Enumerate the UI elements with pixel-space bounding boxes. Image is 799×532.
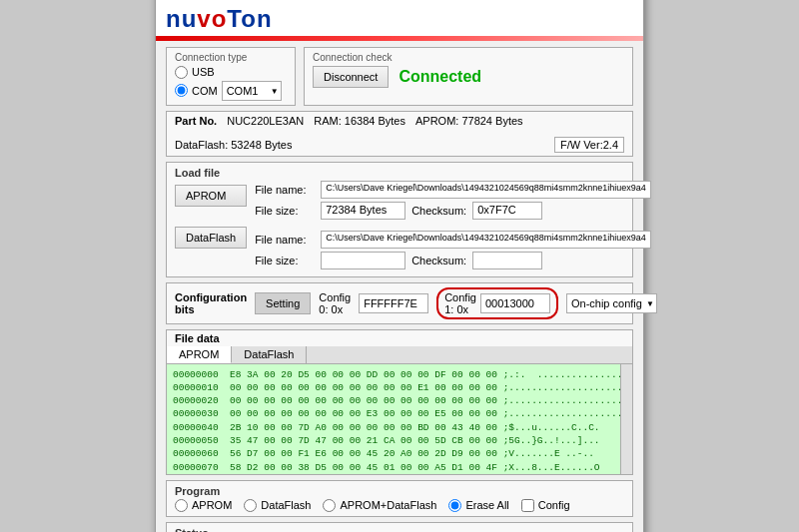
connected-status: Connected	[399, 68, 481, 86]
connection-type-section: Connection type USB COM COM1	[166, 47, 296, 106]
load-file-section: Load file APROM DataFlash File name: C:\…	[166, 162, 633, 277]
status-section: Status Start	[166, 522, 633, 533]
dataflash-filename-label: File name:	[255, 234, 315, 246]
aprom-filename-input[interactable]: C:\Users\Dave Kriegel\Downloads\14943210…	[321, 181, 651, 199]
on-chip-wrapper: On-chip config	[566, 293, 657, 313]
aprom-filesize-row: File size: 72384 Bytes Checksum: 0x7F7C	[255, 202, 651, 220]
config1-label: Config 1: 0x	[444, 291, 476, 315]
part-no-section: Part No. NUC220LE3AN RAM: 16384 Bytes AP…	[166, 111, 633, 157]
prog-both-radio[interactable]	[323, 499, 336, 512]
nuvoton-text: nuvoTon	[166, 5, 273, 33]
hex-line: 00000040 2B 10 00 00 7D A0 00 00 00 00 0…	[173, 421, 626, 434]
ram-info: RAM: 16384 Bytes	[314, 115, 405, 127]
file-info-col: File name: C:\Users\Dave Kriegel\Downloa…	[255, 181, 651, 272]
aprom-filesize-label: File size:	[255, 205, 315, 217]
aprom-checksum-value: 0x7F7C	[472, 202, 542, 220]
usb-label: USB	[192, 66, 215, 78]
program-label: Program	[175, 485, 624, 497]
hex-line: 00000070 58 D2 00 00 38 D5 00 00 45 01 0…	[173, 461, 626, 474]
hex-line: 00000030 00 00 00 00 00 00 00 00 E3 00 0…	[173, 407, 626, 420]
usb-radio[interactable]	[175, 66, 188, 79]
conn-type-radios: USB COM COM1	[175, 66, 287, 101]
file-data-tabs: APROM DataFlash	[167, 346, 632, 364]
aprom-info: APROM: 77824 Bytes	[415, 115, 523, 127]
conn-type-label: Connection type	[175, 52, 287, 63]
hex-display-wrapper: 00000000 E8 3A 00 20 D5 00 00 00 DD 00 0…	[167, 364, 632, 474]
dataflash-filesize-label: File size:	[255, 255, 315, 266]
aprom-filename-label: File name:	[255, 184, 315, 196]
dataflash-load-button[interactable]: DataFlash	[175, 227, 247, 249]
load-file-body: APROM DataFlash File name: C:\Users\Dave…	[175, 181, 624, 272]
dataflash-filesize-value	[321, 252, 405, 269]
status-label: Status	[175, 527, 624, 533]
file-data-section: File data APROM DataFlash 00000000 E8 3A…	[166, 329, 633, 475]
com-radio-row: COM COM1	[175, 81, 287, 101]
logo-area: nuvoTon	[156, 0, 643, 41]
dataflash-filename-input[interactable]: C:\Users\Dave Kriegel\Downloads\14943210…	[321, 231, 651, 249]
prog-erase-radio[interactable]	[448, 499, 461, 512]
dataflash-filesize-row: File size: Checksum:	[255, 252, 651, 269]
hex-line: 00000020 00 00 00 00 00 00 00 00 00 00 0…	[173, 394, 626, 407]
spacer	[255, 223, 651, 231]
hex-line: 00000050 35 47 00 00 7D 47 00 00 21 CA 0…	[173, 434, 626, 447]
prog-config-row: Config	[521, 499, 570, 512]
part-no-value: NUC220LE3AN	[227, 115, 304, 127]
prog-dataflash-label: DataFlash	[261, 499, 311, 511]
config-bits-label: Configuration bits	[175, 291, 247, 315]
program-section: Program APROM DataFlash APROM+DataFlash …	[166, 480, 633, 517]
main-content: Connection type USB COM COM1	[156, 41, 643, 533]
prog-config-label: Config	[538, 499, 570, 511]
dataflash-checksum-label: Checksum:	[411, 255, 466, 266]
hex-line: 00000060 56 D7 00 00 F1 E6 00 00 45 20 A…	[173, 447, 626, 460]
hex-line: 00000000 E8 3A 00 20 D5 00 00 00 DD 00 0…	[173, 368, 626, 381]
prog-erase-label: Erase All	[465, 499, 508, 511]
setting-button[interactable]: Setting	[255, 292, 311, 314]
prog-aprom-row: APROM	[175, 499, 232, 512]
disconnect-button[interactable]: Disconnect	[313, 66, 389, 88]
aprom-filename-row: File name: C:\Users\Dave Kriegel\Downloa…	[255, 181, 651, 199]
com-radio[interactable]	[175, 84, 188, 97]
load-btn-col: APROM DataFlash	[175, 181, 247, 272]
prog-dataflash-radio[interactable]	[244, 499, 257, 512]
on-chip-select[interactable]: On-chip config	[566, 293, 657, 313]
prog-aprom-label: APROM	[192, 499, 232, 511]
fw-ver: F/W Ver:2.4	[554, 137, 624, 153]
config1-wrapper: Config 1: 0x	[436, 287, 558, 319]
dataflash-info: DataFlash: 53248 Bytes	[175, 139, 292, 151]
hex-display[interactable]: 00000000 E8 3A 00 20 D5 00 00 00 DD 00 0…	[167, 364, 632, 474]
prog-aprom-radio[interactable]	[175, 499, 188, 512]
prog-both-label: APROM+DataFlash	[340, 499, 436, 511]
nuvoton-logo: nuvoTon	[166, 5, 273, 33]
com-label: COM	[192, 85, 218, 97]
tab-aprom[interactable]: APROM	[167, 346, 232, 363]
aprom-filesize-value: 72384 Bytes	[321, 202, 405, 220]
file-data-label: File data	[167, 330, 632, 346]
conn-check-label: Connection check	[313, 52, 624, 63]
aprom-checksum-label: Checksum:	[411, 205, 466, 217]
logo-main: nuvoTon	[156, 0, 643, 35]
aprom-load-button[interactable]: APROM	[175, 185, 247, 207]
load-file-label: Load file	[175, 167, 624, 179]
config0-label: Config 0: 0x	[319, 291, 351, 315]
top-sections: Connection type USB COM COM1	[166, 47, 633, 106]
scrollbar[interactable]	[620, 364, 632, 474]
config0-input[interactable]	[359, 293, 428, 313]
conn-check-row: Disconnect Connected	[313, 66, 624, 88]
program-radios: APROM DataFlash APROM+DataFlash Erase Al…	[175, 499, 624, 512]
com-select-wrapper: COM1	[222, 81, 282, 101]
main-window: N NuMicro ISP Programming Tool V1.44 — □…	[155, 0, 644, 532]
dataflash-checksum-value	[472, 252, 542, 269]
tab-dataflash[interactable]: DataFlash	[232, 346, 307, 363]
dataflash-filename-row: File name: C:\Users\Dave Kriegel\Downloa…	[255, 231, 651, 249]
prog-erase-row: Erase All	[448, 499, 508, 512]
prog-config-checkbox[interactable]	[521, 499, 534, 512]
com-select[interactable]: COM1	[222, 81, 282, 101]
prog-both-row: APROM+DataFlash	[323, 499, 436, 512]
prog-dataflash-row: DataFlash	[244, 499, 311, 512]
part-no-label: Part No.	[175, 115, 217, 127]
config-bits-section: Configuration bits Setting Config 0: 0x …	[166, 282, 633, 324]
hex-line: 00000010 00 00 00 00 00 00 00 00 00 00 0…	[173, 381, 626, 394]
connection-check-section: Connection check Disconnect Connected	[304, 47, 633, 106]
config1-input[interactable]	[480, 293, 550, 313]
usb-radio-row: USB	[175, 66, 287, 79]
